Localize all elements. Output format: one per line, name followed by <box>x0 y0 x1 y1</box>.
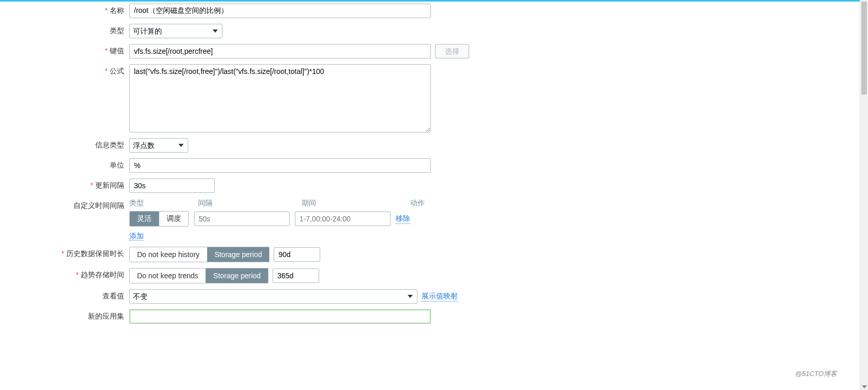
ci-head-interval: 间隔 <box>198 199 302 208</box>
ci-type-flexible-button[interactable]: 灵活 <box>130 212 159 226</box>
history-toggle: Do not keep history Storage period <box>129 247 270 262</box>
key-select-button: 选择 <box>435 44 469 58</box>
ci-add-link[interactable]: 添加 <box>129 232 144 241</box>
scrollbar-track[interactable] <box>860 0 868 345</box>
custom-intervals-block: 类型 间隔 期间 动作 灵活 调度 移除 添加 <box>129 199 431 241</box>
trends-label: 趋势存储时间 <box>0 268 129 280</box>
view-value-select[interactable]: 不变 <box>129 289 417 304</box>
ci-interval-input[interactable] <box>194 212 290 226</box>
history-label: 历史数据保留时长 <box>0 247 129 259</box>
show-value-map-link[interactable]: 展示值映射 <box>422 292 458 302</box>
custom-intervals-header: 类型 间隔 期间 动作 <box>129 199 431 208</box>
custom-intervals-label: 自定义时间间隔 <box>0 199 129 211</box>
formula-textarea[interactable] <box>129 64 431 132</box>
unit-input[interactable] <box>129 158 431 173</box>
ci-head-type: 类型 <box>129 199 198 208</box>
trends-nokeep-button[interactable]: Do not keep trends <box>130 268 205 283</box>
trends-toggle: Do not keep trends Storage period <box>129 268 268 283</box>
info-type-select[interactable]: 浮点数 <box>129 138 188 153</box>
history-storage-button[interactable]: Storage period <box>207 247 270 262</box>
ci-head-action: 动作 <box>410 199 425 208</box>
history-value-input[interactable] <box>274 247 320 262</box>
update-interval-label: 更新间隔 <box>0 178 129 190</box>
ci-type-toggle: 灵活 调度 <box>129 211 189 227</box>
history-nokeep-button[interactable]: Do not keep history <box>130 247 207 262</box>
scrollbar-thumb[interactable] <box>861 2 867 95</box>
key-label: 键值 <box>0 44 129 56</box>
formula-label: 公式 <box>0 64 129 76</box>
view-value-label: 查看值 <box>0 289 129 301</box>
ci-type-scheduling-button[interactable]: 调度 <box>159 212 188 226</box>
name-label: 名称 <box>0 4 129 16</box>
new-appset-label: 新的应用集 <box>0 309 129 321</box>
ci-remove-link[interactable]: 移除 <box>396 214 410 224</box>
key-input[interactable] <box>129 44 431 58</box>
custom-intervals-row: 灵活 调度 移除 <box>129 211 431 227</box>
unit-label: 单位 <box>0 158 129 170</box>
ci-period-input[interactable] <box>295 212 391 226</box>
update-interval-input[interactable] <box>129 178 215 193</box>
info-type-label: 信息类型 <box>0 138 129 150</box>
type-select[interactable]: 可计算的 <box>129 24 222 38</box>
type-label: 类型 <box>0 24 129 36</box>
ci-head-period: 期间 <box>302 199 410 208</box>
new-appset-input[interactable] <box>129 309 431 324</box>
item-config-form: 名称 类型 可计算的 键值 选择 公式 信息类型 浮点数 <box>0 2 868 345</box>
trends-storage-button[interactable]: Storage period <box>205 268 268 283</box>
name-input[interactable] <box>129 4 431 18</box>
trends-value-input[interactable] <box>273 268 319 283</box>
